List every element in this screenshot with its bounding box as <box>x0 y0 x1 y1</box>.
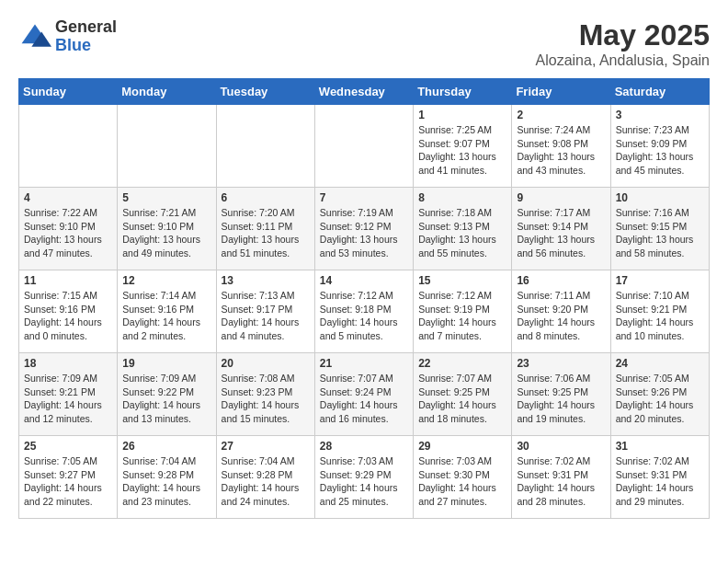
calendar-week-row: 25Sunrise: 7:05 AM Sunset: 9:27 PM Dayli… <box>19 436 710 519</box>
day-info: Sunrise: 7:12 AM Sunset: 9:19 PM Dayligh… <box>418 289 506 343</box>
calendar-day-cell: 9Sunrise: 7:17 AM Sunset: 9:14 PM Daylig… <box>512 188 610 270</box>
day-info: Sunrise: 7:04 AM Sunset: 9:28 PM Dayligh… <box>222 454 310 509</box>
day-number: 24 <box>616 357 704 370</box>
day-number: 22 <box>418 357 506 370</box>
calendar-day-cell <box>216 105 314 188</box>
day-number: 31 <box>616 440 704 453</box>
calendar-day-cell: 15Sunrise: 7:12 AM Sunset: 9:19 PM Dayli… <box>414 270 512 353</box>
day-info: Sunrise: 7:07 AM Sunset: 9:25 PM Dayligh… <box>418 372 506 426</box>
calendar-week-row: 18Sunrise: 7:09 AM Sunset: 9:21 PM Dayli… <box>19 353 710 436</box>
calendar-day-cell: 7Sunrise: 7:19 AM Sunset: 9:12 PM Daylig… <box>314 188 413 270</box>
calendar-day-cell: 14Sunrise: 7:12 AM Sunset: 9:18 PM Dayli… <box>314 270 413 353</box>
calendar-week-row: 11Sunrise: 7:15 AM Sunset: 9:16 PM Dayli… <box>19 270 710 353</box>
calendar-table: SundayMondayTuesdayWednesdayThursdayFrid… <box>18 78 710 519</box>
calendar-day-cell: 10Sunrise: 7:16 AM Sunset: 9:15 PM Dayli… <box>610 188 709 270</box>
day-number: 18 <box>24 357 112 370</box>
calendar-day-cell: 8Sunrise: 7:18 AM Sunset: 9:13 PM Daylig… <box>414 188 512 270</box>
day-info: Sunrise: 7:12 AM Sunset: 9:18 PM Dayligh… <box>320 289 408 343</box>
day-info: Sunrise: 7:05 AM Sunset: 9:27 PM Dayligh… <box>24 454 112 509</box>
calendar-day-cell: 13Sunrise: 7:13 AM Sunset: 9:17 PM Dayli… <box>216 270 314 353</box>
day-number: 25 <box>24 440 112 453</box>
day-info: Sunrise: 7:24 AM Sunset: 9:08 PM Dayligh… <box>517 123 605 178</box>
location: Alozaina, Andalusia, Spain <box>536 52 710 69</box>
calendar-header-wednesday: Wednesday <box>314 79 413 105</box>
calendar-day-cell <box>314 105 413 188</box>
calendar-day-cell: 30Sunrise: 7:02 AM Sunset: 9:31 PM Dayli… <box>512 436 610 519</box>
day-info: Sunrise: 7:02 AM Sunset: 9:31 PM Dayligh… <box>517 454 605 509</box>
day-number: 26 <box>122 440 210 453</box>
calendar-header-friday: Friday <box>512 79 610 105</box>
logo-blue: Blue <box>55 37 117 55</box>
day-number: 5 <box>122 191 210 204</box>
calendar-header-tuesday: Tuesday <box>216 79 314 105</box>
day-info: Sunrise: 7:02 AM Sunset: 9:31 PM Dayligh… <box>616 454 704 509</box>
day-info: Sunrise: 7:09 AM Sunset: 9:22 PM Dayligh… <box>122 372 210 426</box>
calendar-day-cell: 27Sunrise: 7:04 AM Sunset: 9:28 PM Dayli… <box>216 436 314 519</box>
day-number: 2 <box>517 109 605 121</box>
calendar-day-cell: 28Sunrise: 7:03 AM Sunset: 9:29 PM Dayli… <box>314 436 413 519</box>
page-header: General Blue May 2025 Alozaina, Andalusi… <box>18 18 710 69</box>
day-info: Sunrise: 7:25 AM Sunset: 9:07 PM Dayligh… <box>418 123 506 178</box>
day-info: Sunrise: 7:17 AM Sunset: 9:14 PM Dayligh… <box>517 206 605 260</box>
day-info: Sunrise: 7:15 AM Sunset: 9:16 PM Dayligh… <box>24 289 112 343</box>
day-number: 30 <box>517 440 605 453</box>
calendar-day-cell: 5Sunrise: 7:21 AM Sunset: 9:10 PM Daylig… <box>118 188 216 270</box>
day-info: Sunrise: 7:04 AM Sunset: 9:28 PM Dayligh… <box>122 454 210 509</box>
day-number: 16 <box>517 274 605 287</box>
day-number: 20 <box>222 357 310 370</box>
calendar-day-cell: 2Sunrise: 7:24 AM Sunset: 9:08 PM Daylig… <box>512 105 610 188</box>
day-info: Sunrise: 7:16 AM Sunset: 9:15 PM Dayligh… <box>616 206 704 260</box>
day-number: 23 <box>517 357 605 370</box>
day-info: Sunrise: 7:07 AM Sunset: 9:24 PM Dayligh… <box>320 372 408 426</box>
day-info: Sunrise: 7:03 AM Sunset: 9:30 PM Dayligh… <box>418 454 506 509</box>
day-number: 4 <box>24 191 112 204</box>
day-number: 1 <box>418 109 506 121</box>
day-info: Sunrise: 7:11 AM Sunset: 9:20 PM Dayligh… <box>517 289 605 343</box>
day-info: Sunrise: 7:14 AM Sunset: 9:16 PM Dayligh… <box>122 289 210 343</box>
calendar-day-cell: 23Sunrise: 7:06 AM Sunset: 9:25 PM Dayli… <box>512 353 610 436</box>
calendar-day-cell: 11Sunrise: 7:15 AM Sunset: 9:16 PM Dayli… <box>19 270 118 353</box>
logo: General Blue <box>18 18 117 55</box>
day-info: Sunrise: 7:23 AM Sunset: 9:09 PM Dayligh… <box>616 123 704 178</box>
calendar-day-cell: 4Sunrise: 7:22 AM Sunset: 9:10 PM Daylig… <box>19 188 118 270</box>
calendar-header-sunday: Sunday <box>19 79 118 105</box>
calendar-day-cell: 3Sunrise: 7:23 AM Sunset: 9:09 PM Daylig… <box>610 105 709 188</box>
logo-general: General <box>55 18 117 37</box>
month-year: May 2025 <box>536 18 710 52</box>
day-info: Sunrise: 7:06 AM Sunset: 9:25 PM Dayligh… <box>517 372 605 426</box>
calendar-day-cell: 20Sunrise: 7:08 AM Sunset: 9:23 PM Dayli… <box>216 353 314 436</box>
day-number: 3 <box>616 109 704 121</box>
day-info: Sunrise: 7:05 AM Sunset: 9:26 PM Dayligh… <box>616 372 704 426</box>
calendar-day-cell: 6Sunrise: 7:20 AM Sunset: 9:11 PM Daylig… <box>216 188 314 270</box>
day-info: Sunrise: 7:03 AM Sunset: 9:29 PM Dayligh… <box>320 454 408 509</box>
day-number: 6 <box>222 191 310 204</box>
day-number: 10 <box>616 191 704 204</box>
calendar-day-cell: 18Sunrise: 7:09 AM Sunset: 9:21 PM Dayli… <box>19 353 118 436</box>
day-number: 15 <box>418 274 506 287</box>
calendar-header-saturday: Saturday <box>610 79 709 105</box>
day-number: 9 <box>517 191 605 204</box>
day-info: Sunrise: 7:20 AM Sunset: 9:11 PM Dayligh… <box>222 206 310 260</box>
calendar-day-cell: 16Sunrise: 7:11 AM Sunset: 9:20 PM Dayli… <box>512 270 610 353</box>
day-info: Sunrise: 7:19 AM Sunset: 9:12 PM Dayligh… <box>320 206 408 260</box>
calendar-day-cell <box>19 105 118 188</box>
day-number: 19 <box>122 357 210 370</box>
day-number: 21 <box>320 357 408 370</box>
day-info: Sunrise: 7:10 AM Sunset: 9:21 PM Dayligh… <box>616 289 704 343</box>
logo-icon <box>18 20 51 53</box>
calendar-day-cell: 19Sunrise: 7:09 AM Sunset: 9:22 PM Dayli… <box>118 353 216 436</box>
calendar-day-cell: 24Sunrise: 7:05 AM Sunset: 9:26 PM Dayli… <box>610 353 709 436</box>
calendar-day-cell: 21Sunrise: 7:07 AM Sunset: 9:24 PM Dayli… <box>314 353 413 436</box>
day-info: Sunrise: 7:08 AM Sunset: 9:23 PM Dayligh… <box>222 372 310 426</box>
calendar-day-cell: 12Sunrise: 7:14 AM Sunset: 9:16 PM Dayli… <box>118 270 216 353</box>
calendar-day-cell: 31Sunrise: 7:02 AM Sunset: 9:31 PM Dayli… <box>610 436 709 519</box>
calendar-day-cell <box>118 105 216 188</box>
day-number: 7 <box>320 191 408 204</box>
calendar-day-cell: 17Sunrise: 7:10 AM Sunset: 9:21 PM Dayli… <box>610 270 709 353</box>
day-info: Sunrise: 7:22 AM Sunset: 9:10 PM Dayligh… <box>24 206 112 260</box>
day-info: Sunrise: 7:21 AM Sunset: 9:10 PM Dayligh… <box>122 206 210 260</box>
calendar-day-cell: 22Sunrise: 7:07 AM Sunset: 9:25 PM Dayli… <box>414 353 512 436</box>
calendar-day-cell: 25Sunrise: 7:05 AM Sunset: 9:27 PM Dayli… <box>19 436 118 519</box>
day-info: Sunrise: 7:09 AM Sunset: 9:21 PM Dayligh… <box>24 372 112 426</box>
day-number: 13 <box>222 274 310 287</box>
